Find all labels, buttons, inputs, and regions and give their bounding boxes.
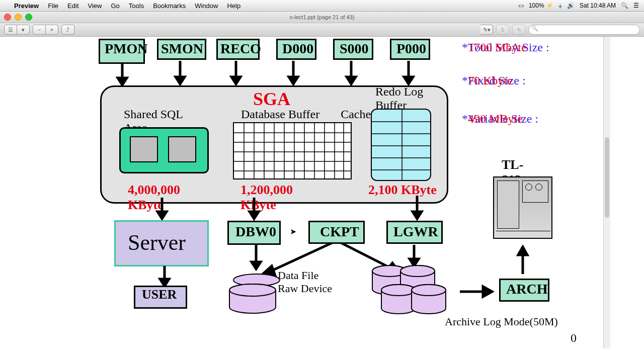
server-label: Server — [128, 230, 186, 255]
process-d000: D000 — [282, 41, 312, 57]
process-p000: P000 — [396, 41, 427, 57]
menu-tools[interactable]: Tools — [129, 2, 144, 10]
volume-icon[interactable]: 🔊 — [567, 2, 575, 9]
arrow-up-icon — [515, 245, 530, 276]
page-number: 0 — [571, 331, 577, 345]
stat-total: * Total SGA Size : 1700 Mbyte — [462, 41, 593, 54]
sidebar-menu-button[interactable]: ▾ — [17, 25, 30, 35]
menu-bookmarks[interactable]: Bookmarks — [153, 2, 186, 10]
clock[interactable]: Sat 10:48 AM — [580, 2, 616, 9]
battery-indicator[interactable]: 100% ⚡ — [529, 2, 553, 9]
menu-edit[interactable]: Edit — [67, 2, 78, 10]
process-pmon: PMON — [105, 41, 145, 57]
markup-button[interactable]: ✎ — [512, 25, 525, 35]
spotlight-icon[interactable]: 🔍 — [621, 2, 628, 9]
process-reco: RECO — [220, 41, 256, 57]
arrow-down-icon — [401, 61, 416, 86]
db-buffer-grid — [233, 122, 352, 179]
process-s000: S000 — [340, 41, 370, 57]
arrow-down-icon — [410, 196, 425, 221]
arrow-down-icon — [115, 63, 130, 87]
arrow-down-icon — [344, 61, 359, 86]
search-input[interactable] — [528, 25, 640, 35]
slide-canvas: PMON SMON RECO D000 S000 P000 SGA Shared… — [0, 37, 644, 362]
toolbar: ☰ ▾ − + ⤴ ✎▾ 5 ✎ — [0, 23, 644, 37]
process-smon: SMON — [161, 41, 203, 57]
archive-mode-label: Archive Log Mode(50M) — [445, 315, 558, 328]
stat-var: * Variavle Size : 490 MByte — [462, 112, 593, 126]
menu-window[interactable]: Window — [195, 2, 218, 10]
sga-title: SGA — [253, 88, 290, 110]
arrow-right-icon — [460, 284, 495, 299]
menu-go[interactable]: Go — [111, 2, 119, 10]
lgwr-box: LGWR — [393, 224, 439, 240]
arrow-down-icon — [286, 61, 301, 86]
mac-menubar: Preview File Edit View Go Tools Bookmark… — [0, 0, 644, 12]
share-button[interactable]: ⤴ — [61, 25, 74, 35]
vertical-scrollbar[interactable] — [603, 37, 610, 348]
ckpt-box: CKPT — [320, 224, 360, 240]
cursor-icon: ➤ — [290, 227, 296, 236]
db-buffer-label: Database Buffer Cache — [241, 108, 362, 121]
arrow-down-icon — [154, 198, 170, 221]
display-icon[interactable]: ▭ — [518, 2, 524, 9]
window-title: o-lect1.ppt (page 21 of 43) — [289, 14, 354, 20]
redo-buffer-block — [371, 109, 431, 181]
close-button[interactable] — [4, 14, 11, 21]
arrow-down-icon — [247, 198, 262, 221]
redo-log-label: Redo Log Buffer — [375, 85, 426, 112]
arrow-down-icon — [173, 61, 188, 86]
arch-box: ARCH — [506, 281, 546, 297]
arrow-down-icon — [228, 61, 244, 86]
minimize-button[interactable] — [15, 14, 22, 21]
svg-point-24 — [229, 284, 276, 296]
menu-file[interactable]: File — [48, 2, 58, 10]
tape-library-icon — [493, 176, 552, 239]
window-titlebar: o-lect1.ppt (page 21 of 43) — [0, 12, 644, 23]
zoom-in-button[interactable]: + — [46, 25, 58, 35]
size-shared: 4,000,000 KByte — [128, 183, 213, 213]
stat-fixed: * Fixed Size : 70 Kbyte — [462, 74, 593, 87]
datafile-cylinders-icon — [226, 268, 282, 323]
menu-help[interactable]: Help — [227, 2, 240, 10]
arrow-down-icon — [157, 266, 172, 288]
wifi-icon[interactable]: ⏚ — [558, 2, 562, 9]
sidebar-toggle-button[interactable]: ☰ — [4, 25, 17, 35]
menu-extras-icon[interactable]: ☰ — [633, 2, 639, 9]
app-name[interactable]: Preview — [14, 2, 39, 10]
edit-button[interactable]: ✎▾ — [480, 25, 493, 35]
zoom-out-button[interactable]: − — [33, 25, 46, 35]
page-back-button[interactable]: 5 — [496, 25, 509, 35]
menu-view[interactable]: View — [88, 2, 102, 10]
svg-point-32 — [412, 285, 446, 296]
svg-point-30 — [381, 285, 416, 296]
svg-point-28 — [400, 265, 435, 277]
dbw0-box: DBW0 — [235, 224, 276, 240]
size-redo: 2,100 KByte — [368, 183, 439, 198]
datafile-label: Data File Raw Device — [278, 269, 332, 295]
user-label: USER — [142, 287, 182, 302]
zoom-button[interactable] — [25, 14, 32, 21]
